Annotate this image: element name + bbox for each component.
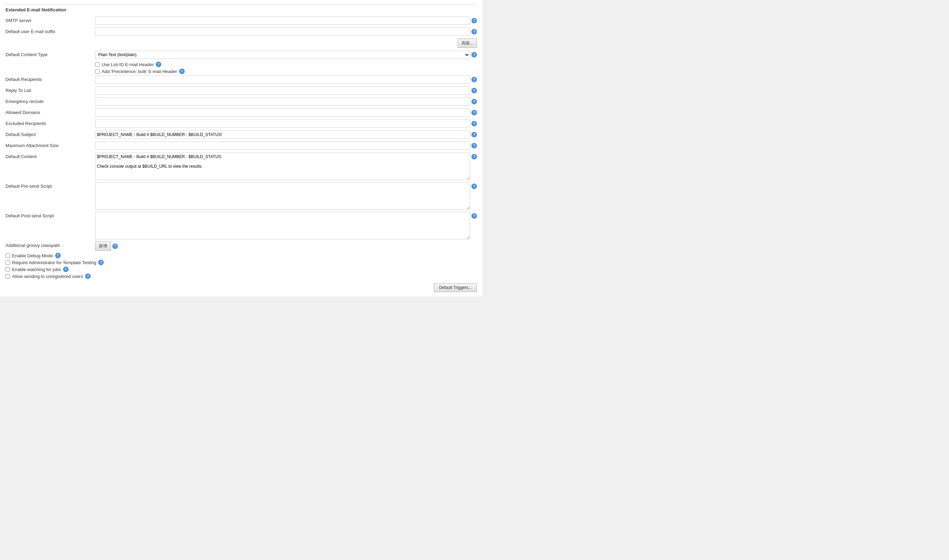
default-recipients-help-icon[interactable]: ? [471, 77, 477, 82]
default-pre-send-script-label: Default Pre-send Script [6, 182, 95, 189]
excluded-recipients-input[interactable] [95, 120, 470, 128]
excluded-recipients-label: Excluded Recipients [6, 120, 95, 126]
smtp-server-row: SMTP server ? [6, 17, 477, 26]
add-groovy-button[interactable]: 新增 [95, 242, 111, 251]
enable-watching-checkbox[interactable] [6, 267, 10, 272]
allow-sending-label: Allow sending to unregistered users [12, 274, 83, 279]
default-email-suffix-input[interactable] [95, 28, 470, 36]
allowed-domains-row: Allowed Domains ? [6, 108, 477, 117]
emergency-reroute-row: Emergency reroute ? [6, 97, 477, 106]
require-admin-label: Require Administrator for Template Testi… [12, 260, 96, 265]
default-recipients-row: Default Recipients ? [6, 75, 477, 85]
smtp-server-input[interactable] [95, 17, 470, 25]
advanced-btn-row: 高级... [6, 38, 477, 48]
section-title: Extended E-mail Notification [6, 7, 477, 12]
default-content-label: Default Content [6, 152, 95, 159]
default-pre-send-script-textarea[interactable] [95, 182, 470, 210]
default-post-send-script-row: Default Post-send Script ? [6, 212, 477, 239]
max-attachment-size-row: Maximum Attachment Size ? [6, 142, 477, 151]
emergency-reroute-label: Emergency reroute [6, 97, 95, 104]
use-list-id-label: Use List-ID E-mail Header [102, 62, 154, 67]
advanced-button[interactable]: 高级... [458, 38, 477, 48]
default-content-help-icon[interactable]: ? [471, 154, 477, 160]
reply-to-list-row: Reply To List ? [6, 86, 477, 95]
use-list-id-row: Use List-ID E-mail Header ? [95, 62, 477, 67]
allowed-domains-input[interactable] [95, 108, 470, 117]
default-content-row: Default Content $PROJECT_NAME - Build # … [6, 152, 477, 180]
default-subject-input[interactable] [95, 131, 470, 139]
default-triggers-button[interactable]: Default Triggers... [434, 283, 477, 292]
default-content-type-row: Default Content Type Plain Text (text/pl… [6, 51, 477, 60]
additional-groovy-classpath-help-icon[interactable]: ? [112, 243, 118, 249]
max-attachment-size-input[interactable] [95, 142, 470, 150]
reply-to-list-input[interactable] [95, 86, 470, 95]
default-pre-send-script-row: Default Pre-send Script ? [6, 182, 477, 210]
default-subject-label: Default Subject [6, 131, 95, 137]
add-precedence-label: Add 'Precedence: bulk' E-mail Header [102, 69, 177, 74]
add-precedence-checkbox[interactable] [95, 69, 100, 74]
smtp-server-label: SMTP server [6, 17, 95, 23]
enable-debug-label: Enable Debug Mode [12, 253, 53, 258]
enable-debug-help-icon[interactable]: ? [55, 253, 61, 258]
default-email-suffix-row: Default user E-mail suffix ? [6, 28, 477, 37]
max-attachment-size-help-icon[interactable]: ? [471, 143, 477, 148]
bottom-btn-row: Default Triggers... [6, 283, 477, 292]
default-recipients-label: Default Recipients [6, 75, 95, 82]
additional-groovy-classpath-label: Additional groovy classpath [6, 242, 95, 248]
default-recipients-input[interactable] [95, 75, 470, 84]
default-subject-help-icon[interactable]: ? [471, 132, 477, 137]
enable-debug-checkbox[interactable] [6, 254, 10, 258]
allowed-domains-label: Allowed Domains [6, 108, 95, 115]
enable-watching-label: Enable watching for jobs [12, 267, 61, 272]
allow-sending-row: Allow sending to unregistered users ? [6, 274, 477, 279]
enable-watching-help-icon[interactable]: ? [63, 266, 69, 272]
default-content-type-select[interactable]: Plain Text (text/plain) [95, 51, 470, 59]
use-list-id-checkbox[interactable] [95, 62, 100, 67]
default-content-type-help-icon[interactable]: ? [471, 52, 477, 57]
reply-to-list-label: Reply To List [6, 86, 95, 93]
allow-sending-checkbox[interactable] [6, 274, 10, 278]
default-post-send-script-help-icon[interactable]: ? [471, 213, 477, 219]
default-post-send-script-label: Default Post-send Script [6, 212, 95, 218]
default-email-suffix-help-icon[interactable]: ? [471, 29, 477, 34]
use-list-id-help-icon[interactable]: ? [156, 62, 161, 67]
allow-sending-help-icon[interactable]: ? [85, 274, 91, 279]
add-precedence-help-icon[interactable]: ? [179, 69, 185, 74]
default-subject-row: Default Subject ? [6, 131, 477, 140]
require-admin-help-icon[interactable]: ? [98, 260, 104, 265]
default-content-type-label: Default Content Type [6, 51, 95, 57]
allowed-domains-help-icon[interactable]: ? [471, 110, 477, 115]
excluded-recipients-help-icon[interactable]: ? [471, 121, 477, 126]
default-pre-send-script-help-icon[interactable]: ? [471, 183, 477, 189]
default-content-textarea[interactable]: $PROJECT_NAME - Build # $BUILD_NUMBER - … [95, 152, 470, 180]
smtp-server-help-icon[interactable]: ? [471, 18, 477, 23]
additional-groovy-classpath-row: Additional groovy classpath 新增 ? [6, 242, 477, 251]
require-admin-checkbox[interactable] [6, 260, 10, 265]
require-admin-row: Require Administrator for Template Testi… [6, 260, 477, 265]
add-precedence-row: Add 'Precedence: bulk' E-mail Header ? [95, 69, 477, 74]
default-post-send-script-textarea[interactable] [95, 212, 470, 239]
max-attachment-size-label: Maximum Attachment Size [6, 142, 95, 148]
enable-debug-row: Enable Debug Mode ? [6, 253, 477, 258]
emergency-reroute-help-icon[interactable]: ? [471, 99, 477, 105]
default-email-suffix-label: Default user E-mail suffix [6, 28, 95, 34]
enable-watching-row: Enable watching for jobs ? [6, 266, 477, 272]
emergency-reroute-input[interactable] [95, 97, 470, 106]
reply-to-list-help-icon[interactable]: ? [471, 88, 477, 93]
excluded-recipients-row: Excluded Recipients ? [6, 120, 477, 128]
